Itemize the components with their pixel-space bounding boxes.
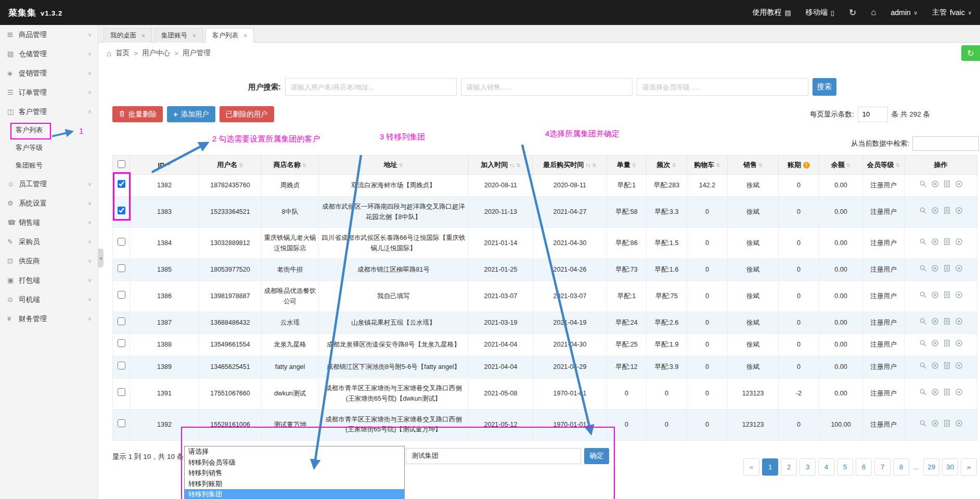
column-header-sales[interactable]: 销售⇅ [728, 156, 779, 175]
column-header-actions[interactable]: 操作 [905, 156, 977, 175]
locate-icon[interactable] [955, 388, 963, 399]
tab-customer-list[interactable]: 客户列表× [205, 28, 254, 43]
column-header-balance[interactable]: 余额⇅ [819, 156, 863, 175]
sidebar-item-goods[interactable]: ⊞商品管理∨ [0, 25, 98, 44]
view-icon[interactable] [919, 180, 927, 191]
disable-icon[interactable] [931, 180, 939, 191]
row-checkbox[interactable] [118, 207, 125, 214]
view-icon[interactable] [919, 362, 927, 373]
sidebar-item-promotion[interactable]: ◈促销管理∨ [0, 63, 98, 83]
column-header-member-level[interactable]: 会员等级⇅ [863, 156, 905, 175]
column-header-last-buy-time[interactable]: 最后购买时间↑↓⇅ [533, 156, 607, 175]
disable-icon[interactable] [931, 419, 939, 430]
admin-menu[interactable]: admin∨ [891, 8, 917, 17]
page-button-5[interactable]: 5 [837, 458, 853, 476]
locate-icon[interactable] [955, 362, 963, 373]
column-header-cart[interactable]: 购物车⇅ [687, 156, 728, 175]
row-checkbox[interactable] [118, 238, 125, 246]
log-icon[interactable] [943, 291, 951, 302]
sales-input[interactable] [461, 78, 633, 96]
dropdown-option[interactable]: 转移到集团 [185, 489, 404, 499]
mobile-link[interactable]: 移动端▯ [806, 8, 834, 17]
sort-icon[interactable]: ⇅ [716, 162, 720, 168]
disable-icon[interactable] [931, 362, 939, 373]
view-icon[interactable] [919, 264, 927, 275]
sidebar-subitem-customer-list[interactable]: 客户列表 [0, 121, 98, 139]
locate-icon[interactable] [955, 339, 963, 350]
view-icon[interactable] [919, 339, 927, 350]
close-icon[interactable]: × [141, 32, 145, 40]
column-header-address[interactable]: 地址⇅ [319, 156, 469, 175]
locate-icon[interactable] [955, 291, 963, 302]
sidebar-item-driver[interactable]: ⊙司机端∨ [0, 290, 98, 309]
dropdown-option[interactable]: 请选择 [185, 446, 404, 457]
log-icon[interactable] [943, 207, 951, 217]
sidebar-collapse-handle[interactable]: ◂ [98, 249, 104, 267]
row-checkbox[interactable] [118, 339, 125, 347]
disable-icon[interactable] [931, 207, 939, 217]
keyword-input[interactable] [285, 78, 457, 96]
sort-icon[interactable]: ⇅ [846, 162, 850, 168]
dropdown-option[interactable]: 转移到账期 [185, 479, 404, 490]
breadcrumb-item-user-management[interactable]: 用户管理 [183, 48, 211, 58]
log-icon[interactable] [943, 180, 951, 191]
sidebar-item-finance[interactable]: ¥财务管理∨ [0, 309, 98, 328]
add-user-button[interactable]: + 添加用户 [167, 106, 215, 122]
log-icon[interactable] [943, 339, 951, 350]
sort-icon[interactable]: ⇅ [516, 162, 520, 168]
close-icon[interactable]: × [243, 32, 247, 40]
sidebar-item-orders[interactable]: ☰订单管理∨ [0, 83, 98, 102]
breadcrumb-home[interactable]: 首页 [115, 48, 130, 58]
page-button-7[interactable]: 7 [874, 458, 891, 476]
view-icon[interactable] [919, 419, 927, 430]
disable-icon[interactable] [931, 291, 939, 302]
view-icon[interactable] [919, 291, 927, 302]
user-menu[interactable]: 主管 fvaic ∨ [932, 8, 972, 17]
sidebar-item-staff[interactable]: ☺员工管理∨ [0, 174, 98, 194]
dropdown-option[interactable]: 转移到会员等级 [185, 457, 404, 468]
column-header-username[interactable]: 用户名⇅ [199, 156, 262, 175]
deleted-users-button[interactable]: 已删除的用户 [220, 106, 274, 122]
breadcrumb-item-user-center[interactable]: 用户中心 [142, 48, 170, 58]
member-level-input[interactable] [637, 78, 808, 96]
sort-icon[interactable]: ⇅ [758, 162, 763, 168]
per-page-input[interactable] [858, 107, 888, 122]
locate-icon[interactable] [955, 207, 963, 217]
sidebar-subitem-group-accounts[interactable]: 集团账号 [0, 157, 98, 174]
locate-icon[interactable] [955, 264, 963, 275]
sort-arrows-icon[interactable]: ↑↓ [509, 162, 514, 168]
row-checkbox[interactable] [118, 419, 125, 427]
batch-delete-button[interactable]: 批量删除 [112, 106, 163, 122]
column-header-shop[interactable]: 商店名称⇅ [262, 156, 319, 175]
filter-input[interactable] [912, 136, 979, 151]
dropdown-option[interactable]: 转移到销售 [185, 468, 404, 479]
sidebar-item-warehouse[interactable]: ▤仓储管理∨ [0, 44, 98, 63]
page-button-«[interactable]: « [743, 458, 759, 476]
page-button-30[interactable]: 30 [942, 458, 958, 476]
log-icon[interactable] [943, 362, 951, 373]
row-checkbox[interactable] [118, 264, 125, 272]
select-all-checkbox[interactable] [118, 160, 125, 168]
disable-icon[interactable] [931, 388, 939, 399]
log-icon[interactable] [943, 419, 951, 430]
view-icon[interactable] [919, 317, 927, 328]
log-icon[interactable] [943, 317, 951, 328]
locate-icon[interactable] [955, 317, 963, 328]
search-button[interactable]: 搜索 [813, 78, 836, 96]
row-checkbox[interactable] [118, 291, 125, 299]
page-button-8[interactable]: 8 [893, 458, 909, 476]
confirm-button[interactable]: 确定 [584, 448, 609, 464]
tab-group-accounts[interactable]: 集团账号× [154, 28, 203, 43]
row-checkbox[interactable] [118, 180, 125, 188]
disable-icon[interactable] [931, 317, 939, 328]
group-select[interactable]: 测试集团 [406, 448, 581, 464]
page-button-1[interactable]: 1 [762, 458, 778, 476]
tutorial-link[interactable]: 使用教程▤ [752, 8, 791, 17]
column-header-frequency[interactable]: 频次⇅ [647, 156, 687, 175]
locate-icon[interactable] [955, 419, 963, 430]
locate-icon[interactable] [955, 180, 963, 191]
page-button-»[interactable]: » [961, 458, 977, 476]
sort-icon[interactable]: ⇅ [672, 162, 676, 168]
column-header-credit[interactable]: 账期! [779, 156, 819, 175]
column-header-join-time[interactable]: 加入时间↑↓⇅ [469, 156, 533, 175]
